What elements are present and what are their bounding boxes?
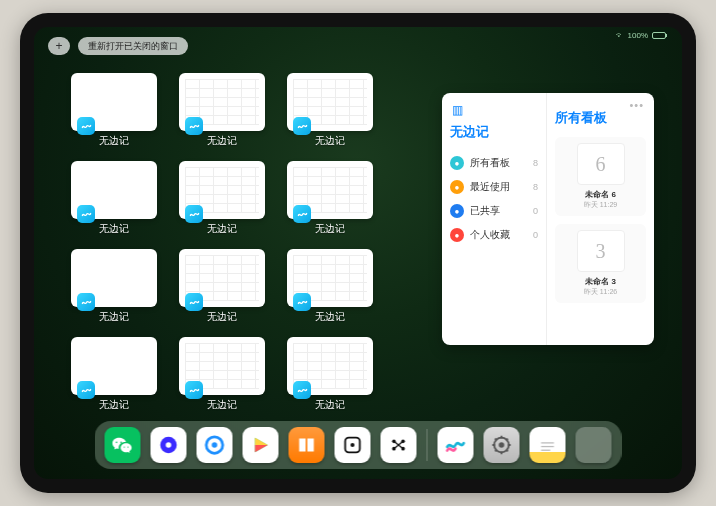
sidebar-item-label: 所有看板	[470, 156, 510, 170]
sidebar-item[interactable]: ● 个人收藏 0	[450, 223, 538, 247]
window-label: 无边记	[207, 398, 237, 412]
window-expose-grid: 无边记 无边记 无边记 无边记 无边记 无边记	[70, 73, 374, 415]
window-label: 无边记	[315, 398, 345, 412]
sidebar-item-label: 个人收藏	[470, 228, 510, 242]
window-card	[179, 73, 265, 131]
new-window-button[interactable]: +	[48, 37, 70, 55]
svg-rect-14	[541, 450, 550, 451]
sidebar-item-count: 0	[533, 230, 538, 240]
board-thumbnail: 6	[577, 143, 625, 185]
dock-separator	[427, 429, 428, 461]
board-name: 未命名 3	[585, 276, 616, 287]
sidebar-item-count: 0	[533, 206, 538, 216]
window-label: 无边记	[207, 310, 237, 324]
panel-content: 所有看板 6 未命名 6 昨天 11:293 未命名 3 昨天 11:26	[546, 93, 654, 345]
window-card	[179, 249, 265, 307]
dock-app-play[interactable]	[243, 427, 279, 463]
sidebar-item-icon: ●	[450, 228, 464, 242]
window-thumb[interactable]: 无边记	[286, 249, 374, 327]
sidebar-item-icon: ●	[450, 156, 464, 170]
svg-point-3	[212, 442, 218, 448]
freeform-app-icon	[77, 117, 95, 135]
window-label: 无边记	[99, 310, 129, 324]
freeform-app-icon	[185, 381, 203, 399]
dock-app-misc[interactable]	[381, 427, 417, 463]
panel-right-title: 所有看板	[555, 109, 646, 127]
dock-app-qqbrowser[interactable]	[197, 427, 233, 463]
window-card	[71, 337, 157, 395]
sidebar-item-label: 已共享	[470, 204, 500, 218]
window-card	[179, 337, 265, 395]
window-label: 无边记	[207, 222, 237, 236]
window-thumb[interactable]: 无边记	[178, 161, 266, 239]
dock-app-dice[interactable]	[335, 427, 371, 463]
reopen-closed-window-button[interactable]: 重新打开已关闭的窗口	[78, 37, 188, 55]
app-preview-panel[interactable]: ••• ▥ 无边记 ● 所有看板 8● 最近使用 8● 已共享 0● 个人收藏 …	[442, 93, 654, 345]
sidebar-item-count: 8	[533, 182, 538, 192]
window-card	[287, 249, 373, 307]
panel-sidebar: ▥ 无边记 ● 所有看板 8● 最近使用 8● 已共享 0● 个人收藏 0	[442, 93, 546, 345]
window-card	[179, 161, 265, 219]
window-thumb[interactable]: 无边记	[178, 73, 266, 151]
sidebar-item[interactable]: ● 最近使用 8	[450, 175, 538, 199]
window-card	[287, 73, 373, 131]
svg-point-1	[166, 442, 172, 448]
freeform-app-icon	[185, 293, 203, 311]
battery-text: 100%	[628, 31, 648, 40]
board-card[interactable]: 3 未命名 3 昨天 11:26	[555, 224, 646, 303]
board-subtitle: 昨天 11:26	[584, 287, 617, 297]
dock-app-notes[interactable]	[530, 427, 566, 463]
window-card	[287, 337, 373, 395]
freeform-app-icon	[185, 117, 203, 135]
window-card	[71, 161, 157, 219]
dock-app-freeform[interactable]	[438, 427, 474, 463]
board-name: 未命名 6	[585, 189, 616, 200]
window-thumb[interactable]: 无边记	[286, 161, 374, 239]
sidebar-item-count: 8	[533, 158, 538, 168]
dock-app-library[interactable]	[576, 427, 612, 463]
window-thumb[interactable]: 无边记	[286, 337, 374, 415]
freeform-app-icon	[77, 205, 95, 223]
window-label: 无边记	[99, 134, 129, 148]
sidebar-item-icon: ●	[450, 180, 464, 194]
sidebar-item[interactable]: ● 已共享 0	[450, 199, 538, 223]
window-thumb[interactable]: 无边记	[70, 249, 158, 327]
screen: ᯤ 100% + 重新打开已关闭的窗口 无边记 无边记 无边记	[34, 27, 682, 479]
window-label: 无边记	[207, 134, 237, 148]
window-label: 无边记	[315, 222, 345, 236]
dock-app-settings[interactable]	[484, 427, 520, 463]
window-label: 无边记	[315, 134, 345, 148]
status-bar: ᯤ 100%	[616, 31, 666, 40]
freeform-app-icon	[185, 205, 203, 223]
window-thumb[interactable]: 无边记	[70, 337, 158, 415]
board-card[interactable]: 6 未命名 6 昨天 11:29	[555, 137, 646, 216]
window-thumb[interactable]: 无边记	[178, 249, 266, 327]
wifi-icon: ᯤ	[616, 31, 624, 40]
svg-point-5	[350, 443, 354, 447]
window-card	[71, 73, 157, 131]
ipad-frame: ᯤ 100% + 重新打开已关闭的窗口 无边记 无边记 无边记	[20, 13, 696, 493]
window-card	[71, 249, 157, 307]
sidebar-item-icon: ●	[450, 204, 464, 218]
window-label: 无边记	[99, 398, 129, 412]
window-label: 无边记	[315, 310, 345, 324]
svg-point-11	[499, 442, 505, 448]
battery-icon	[652, 32, 666, 39]
board-subtitle: 昨天 11:29	[584, 200, 617, 210]
sidebar-item[interactable]: ● 所有看板 8	[450, 151, 538, 175]
dock-app-quark[interactable]	[151, 427, 187, 463]
window-thumb[interactable]: 无边记	[178, 337, 266, 415]
window-thumb[interactable]: 无边记	[286, 73, 374, 151]
svg-rect-12	[541, 442, 554, 443]
window-thumb[interactable]: 无边记	[70, 73, 158, 151]
window-card	[287, 161, 373, 219]
freeform-app-icon	[293, 117, 311, 135]
sidebar-item-label: 最近使用	[470, 180, 510, 194]
dock-app-books[interactable]	[289, 427, 325, 463]
freeform-app-icon	[77, 293, 95, 311]
freeform-app-icon	[293, 205, 311, 223]
dock-app-wechat[interactable]	[105, 427, 141, 463]
window-thumb[interactable]: 无边记	[70, 161, 158, 239]
sidebar-toggle-icon[interactable]: ▥	[452, 103, 538, 117]
ellipsis-icon[interactable]: •••	[629, 99, 644, 111]
